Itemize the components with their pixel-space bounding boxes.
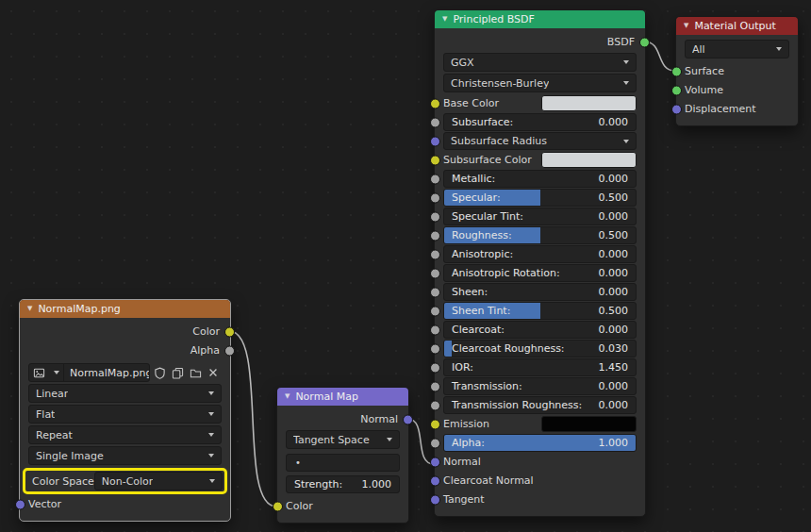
socket-subsurface[interactable] xyxy=(430,117,440,127)
unlink-image-button[interactable] xyxy=(205,364,222,381)
source-dropdown[interactable]: Single Image xyxy=(28,446,222,465)
link-color-to-normalmap xyxy=(229,331,276,507)
roughness-slider[interactable]: Roughness: 0.500 xyxy=(443,226,637,244)
emission-swatch[interactable] xyxy=(541,416,637,432)
socket-specular[interactable] xyxy=(430,192,440,203)
socket-surface-input[interactable] xyxy=(671,66,682,76)
socket-color-output[interactable] xyxy=(224,326,235,337)
anisotropic-rotation-slider[interactable]: Anisotropic Rotation: 0.000 xyxy=(443,264,637,282)
socket-subsurface-color[interactable] xyxy=(430,155,440,165)
chevron-down-icon xyxy=(208,454,214,457)
collapse-icon[interactable]: ▼ xyxy=(285,393,290,400)
socket-normal-input[interactable] xyxy=(430,457,440,467)
fake-user-button[interactable] xyxy=(151,364,168,381)
slider-label: Sheen: xyxy=(452,286,488,298)
node-principled-bsdf[interactable]: ▼ Principled BSDF BSDF GGX Christensen-B… xyxy=(434,9,646,517)
socket-anisotropic[interactable] xyxy=(430,249,440,259)
socket-clearcoat-normal[interactable] xyxy=(430,475,440,486)
node-normal-map[interactable]: ▼ Normal Map Normal Tangent Space • xyxy=(276,387,409,524)
socket-emission[interactable] xyxy=(430,419,440,429)
socket-clearcoat[interactable] xyxy=(430,324,440,335)
transmission-roughness-slider[interactable]: Transmission Roughness: 0.000 xyxy=(443,396,637,414)
alpha-slider[interactable]: Alpha: 1.000 xyxy=(443,434,637,452)
subsurface-radius-dropdown[interactable]: Subsurface Radius xyxy=(443,132,637,150)
socket-anisotropic-rotation[interactable] xyxy=(430,268,440,278)
browse-image-button[interactable] xyxy=(29,364,64,381)
interpolation-dropdown[interactable]: Linear xyxy=(28,384,222,403)
slider-label: Alpha: xyxy=(452,437,485,449)
socket-metallic[interactable] xyxy=(430,174,440,184)
socket-clearcoat-roughness[interactable] xyxy=(430,343,440,354)
node-header-image-texture[interactable]: ▼ NormalMap.png xyxy=(20,300,230,318)
socket-vector-input[interactable] xyxy=(15,499,25,509)
socket-roughness[interactable] xyxy=(430,230,440,241)
extension-dropdown[interactable]: Repeat xyxy=(28,425,222,444)
socket-transmission-roughness[interactable] xyxy=(430,400,440,410)
socket-sheen-tint[interactable] xyxy=(430,306,440,316)
clearcoat-slider[interactable]: Clearcoat: 0.000 xyxy=(443,321,637,339)
image-datablock-row: NormalMap.png xyxy=(28,364,222,381)
node-image-texture[interactable]: ▼ NormalMap.png Color Alpha xyxy=(19,299,231,522)
slider-label: Specular: xyxy=(452,191,501,204)
node-material-output[interactable]: ▼ Material Output All Surface Volume Dis… xyxy=(675,16,799,126)
socket-base-color[interactable] xyxy=(430,98,440,108)
strength-row: Strength: 1.000 xyxy=(286,476,400,492)
sheen-slider[interactable]: Sheen: 0.000 xyxy=(443,283,637,301)
socket-ior[interactable] xyxy=(430,362,440,373)
input-color-label: Color xyxy=(286,500,313,512)
ior-slider[interactable]: IOR: 1.450 xyxy=(443,358,637,376)
node-header-material-output[interactable]: ▼ Material Output xyxy=(676,17,798,35)
anisotropic-slider[interactable]: Anisotropic: 0.000 xyxy=(443,245,637,263)
distribution-dropdown[interactable]: GGX xyxy=(443,53,637,72)
projection-dropdown[interactable]: Flat xyxy=(28,405,222,424)
target-dropdown[interactable]: All xyxy=(685,40,789,58)
metallic-slider[interactable]: Metallic: 0.000 xyxy=(443,170,637,188)
space-dropdown[interactable]: Tangent Space xyxy=(286,430,400,449)
base-color-swatch[interactable] xyxy=(541,95,637,111)
dropdown-value: Subsurface Radius xyxy=(451,135,547,147)
socket-volume-input[interactable] xyxy=(671,85,682,95)
image-selector[interactable]: NormalMap.png xyxy=(28,363,150,382)
specular-slider[interactable]: Specular: 0.500 xyxy=(443,189,637,207)
specular-tint-slider[interactable]: Specular Tint: 0.000 xyxy=(443,208,637,225)
image-icon xyxy=(33,367,45,379)
color-space-dropdown[interactable]: Non-Color xyxy=(94,472,223,490)
slider-label: Subsurface: xyxy=(452,116,513,128)
subsurface-color-swatch[interactable] xyxy=(541,152,637,168)
collapse-icon[interactable]: ▼ xyxy=(684,23,688,29)
chevron-down-icon xyxy=(623,81,629,85)
specular-tint-row: Specular Tint: 0.000 xyxy=(443,208,637,224)
socket-alpha-output[interactable] xyxy=(224,345,235,356)
uv-map-field[interactable]: • xyxy=(286,454,400,472)
transmission-slider[interactable]: Transmission: 0.000 xyxy=(443,377,637,395)
socket-bsdf-output[interactable] xyxy=(639,37,650,47)
sheen-tint-slider[interactable]: Sheen Tint: 0.500 xyxy=(443,302,637,320)
socket-displacement-input[interactable] xyxy=(671,104,682,114)
chevron-down-icon xyxy=(209,479,215,483)
displacement-input-row: Displacement xyxy=(685,101,789,117)
x-icon xyxy=(207,367,219,378)
socket-color-input[interactable] xyxy=(273,501,283,511)
socket-sheen[interactable] xyxy=(430,287,440,297)
node-header-principled[interactable]: ▼ Principled BSDF xyxy=(435,10,645,28)
socket-specular-tint[interactable] xyxy=(430,211,440,222)
socket-subsurface-radius[interactable] xyxy=(430,136,440,146)
slider-value: 0.000 xyxy=(599,173,629,185)
open-image-button[interactable] xyxy=(187,364,204,381)
strength-slider[interactable]: Strength: 1.000 xyxy=(286,475,400,493)
socket-transmission[interactable] xyxy=(430,381,440,391)
folder-icon xyxy=(190,367,202,379)
socket-normal-output[interactable] xyxy=(403,414,413,424)
socket-alpha[interactable] xyxy=(430,438,440,448)
normal-input-label: Normal xyxy=(443,456,481,468)
collapse-icon[interactable]: ▼ xyxy=(27,306,32,312)
slider-label: Metallic: xyxy=(452,173,495,185)
subsurface-method-dropdown[interactable]: Christensen-Burley xyxy=(443,74,637,92)
collapse-icon[interactable]: ▼ xyxy=(442,16,447,23)
alpha-row: Alpha: 1.000 xyxy=(443,435,637,451)
clearcoat-roughness-slider[interactable]: Clearcoat Roughness: 0.030 xyxy=(443,340,637,357)
duplicate-image-button[interactable] xyxy=(169,364,186,381)
node-header-normal-map[interactable]: ▼ Normal Map xyxy=(277,388,408,406)
socket-tangent[interactable] xyxy=(430,494,440,505)
subsurface-slider[interactable]: Subsurface: 0.000 xyxy=(443,113,637,131)
